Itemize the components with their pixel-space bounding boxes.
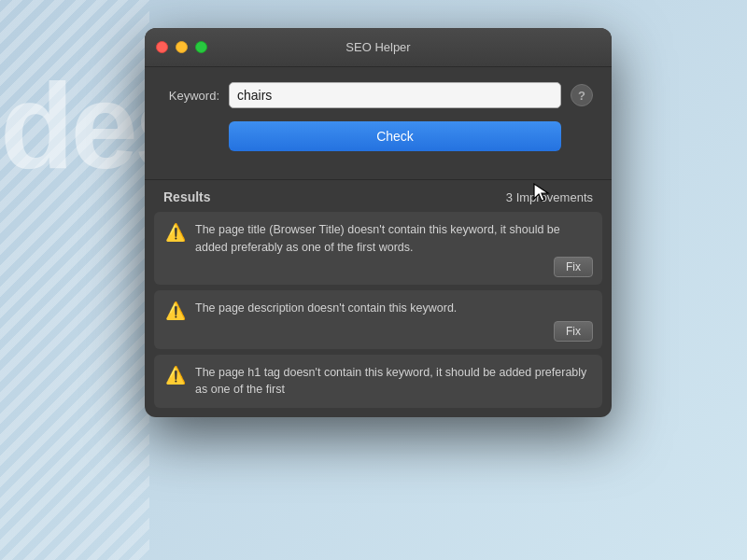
fix-button-1[interactable]: Fix — [554, 257, 593, 277]
result-text: The page description doesn't contain thi… — [195, 300, 591, 317]
check-button[interactable]: Check — [229, 121, 561, 151]
result-text: The page title (Browser Title) doesn't c… — [195, 221, 591, 257]
keyword-input[interactable] — [229, 82, 561, 108]
keyword-label: Keyword: — [163, 89, 219, 103]
modal-content: Keyword: ? Check — [145, 67, 612, 166]
maximize-button[interactable] — [195, 41, 207, 53]
check-button-row: Check — [163, 121, 593, 151]
result-item: ⚠️ The page description doesn't contain … — [154, 290, 602, 349]
results-header: Results 3 Improvements — [145, 180, 612, 212]
title-bar: SEO Helper — [145, 28, 612, 67]
window-title: SEO Helper — [345, 40, 410, 54]
result-item: ⚠️ The page h1 tag doesn't contain this … — [154, 355, 602, 409]
keyword-row: Keyword: ? — [163, 82, 593, 108]
seo-helper-modal: SEO Helper Keyword: ? Check Results 3 Im… — [145, 28, 612, 417]
warning-icon: ⚠️ — [165, 222, 186, 243]
result-text: The page h1 tag doesn't contain this key… — [195, 364, 591, 399]
warning-icon: ⚠️ — [165, 365, 186, 385]
minimize-button[interactable] — [176, 41, 188, 53]
result-item: ⚠️ The page title (Browser Title) doesn'… — [154, 212, 602, 285]
traffic-lights — [156, 41, 207, 53]
results-list: ⚠️ The page title (Browser Title) doesn'… — [145, 212, 612, 417]
improvements-badge: 3 Improvements — [506, 190, 593, 204]
warning-icon: ⚠️ — [165, 301, 186, 321]
close-button[interactable] — [156, 41, 168, 53]
help-button[interactable]: ? — [571, 84, 593, 106]
fix-button-2[interactable]: Fix — [554, 321, 593, 342]
results-label: Results — [163, 189, 211, 204]
